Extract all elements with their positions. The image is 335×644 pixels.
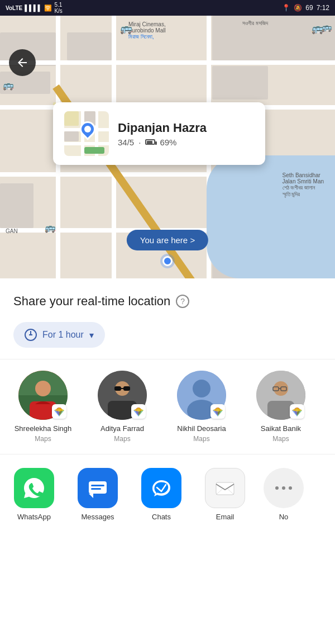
- app-item-messages[interactable]: Messages: [73, 468, 123, 521]
- messages-icon: [78, 468, 118, 508]
- contact-name: Dipanjan Hazra: [118, 121, 207, 135]
- contact-app-3: Maps: [272, 435, 289, 443]
- maps-pin-icon-3: [292, 406, 302, 416]
- mute-icon: 🔕: [294, 4, 302, 12]
- contact-avatar-wrap-2: [177, 371, 226, 420]
- contact-details: 34/5 · 69%: [118, 138, 207, 147]
- contact-name-0: Shreelekha Singh: [15, 424, 72, 434]
- email-icon: [205, 468, 245, 508]
- bus-icon-1: 🚌: [120, 22, 132, 35]
- map-label-seth: Seth BansidharJalan Smriti Manশেঠ বংশীধর…: [283, 172, 324, 198]
- status-bar: VoLTE ▌▌▌▌ 🛜 5.1K/s 📍 🔕 69 7:12: [0, 0, 335, 16]
- whatsapp-svg: [22, 476, 46, 500]
- apps-section: WhatsApp Messages Chats: [0, 454, 335, 530]
- duration-label: For 1 hour: [42, 330, 84, 340]
- app-item-chats[interactable]: Chats: [136, 468, 186, 521]
- share-title-text: Share your real-time location: [13, 294, 170, 309]
- messages-label: Messages: [81, 513, 114, 521]
- app-item-more[interactable]: No: [264, 468, 304, 521]
- map-label-mosque: সওগীর মসজিদ: [242, 20, 268, 27]
- svg-rect-8: [114, 386, 121, 391]
- app-item-email[interactable]: Email: [200, 468, 250, 521]
- duration-button[interactable]: For 1 hour ▾: [13, 322, 105, 348]
- you-are-here-button[interactable]: You are here >: [127, 230, 208, 250]
- svg-rect-25: [91, 488, 101, 490]
- map-container: সওগীর মসজিদ Miraj Cinemas,Aurobindo Mall…: [0, 16, 335, 278]
- svg-rect-9: [123, 386, 130, 391]
- map-info-thumbnail: [64, 111, 109, 156]
- battery-body: [145, 139, 155, 145]
- speed-label: 5.1K/s: [54, 2, 62, 14]
- svg-rect-23: [89, 481, 107, 494]
- contact-item-2[interactable]: Nikhil Deosaria Maps: [165, 371, 238, 443]
- battery-indicator: [145, 139, 155, 145]
- map-info-text: Dipanjan Hazra 34/5 · 69%: [118, 121, 207, 147]
- bus-icon-4: 🚌: [45, 222, 56, 233]
- battery-percentage: 69%: [160, 138, 176, 147]
- contact-app-0: Maps: [35, 435, 51, 443]
- more-icon: [264, 468, 304, 508]
- you-are-here-label: You are here >: [140, 235, 195, 245]
- rating-label: 34/5: [118, 138, 134, 147]
- back-button[interactable]: [9, 49, 36, 76]
- contact-app-1: Maps: [114, 435, 130, 443]
- maps-badge-3: [290, 404, 304, 419]
- maps-badge-2: [210, 404, 225, 419]
- contact-name-1: Aditya Farrad: [100, 424, 144, 434]
- maps-pin-icon-1: [133, 406, 143, 416]
- chats-label: Chats: [152, 513, 171, 521]
- whatsapp-label: WhatsApp: [17, 513, 51, 521]
- back-arrow-icon: [16, 56, 29, 69]
- svg-point-31: [289, 486, 292, 490]
- contacts-section: Shreelekha Singh Maps: [0, 359, 335, 454]
- time-label: 7:12: [317, 4, 329, 12]
- svg-rect-24: [91, 485, 104, 486]
- clock-hand-horizontal: [29, 334, 32, 335]
- svg-point-13: [193, 380, 210, 397]
- contacts-grid: Shreelekha Singh Maps: [7, 371, 328, 443]
- battery-label: 69: [305, 4, 313, 12]
- contact-avatar-wrap-0: [18, 371, 68, 420]
- email-label: Email: [216, 513, 234, 521]
- whatsapp-icon: [14, 468, 54, 508]
- bus-icon-3: 🚌: [3, 80, 14, 91]
- map-label-gan: GAN: [6, 228, 18, 234]
- contact-avatar-wrap-3: [256, 371, 305, 420]
- svg-point-30: [282, 486, 285, 490]
- current-location-dot: [162, 256, 173, 266]
- wifi-icon: 🛜: [44, 4, 52, 12]
- status-left: VoLTE ▌▌▌▌ 🛜 5.1K/s: [6, 2, 63, 14]
- more-svg: [274, 478, 294, 498]
- email-svg: [214, 477, 236, 499]
- chats-icon: [141, 468, 181, 508]
- svg-point-2: [35, 381, 51, 396]
- maps-pin-icon-0: [54, 406, 64, 416]
- maps-badge-1: [131, 404, 146, 419]
- battery-fill: [147, 141, 152, 144]
- app-item-whatsapp[interactable]: WhatsApp: [9, 468, 59, 521]
- share-title: Share your real-time location ?: [13, 294, 322, 309]
- contact-app-2: Maps: [193, 435, 209, 443]
- bus-icon-5: 🚌: [322, 22, 332, 32]
- help-icon[interactable]: ?: [176, 295, 189, 308]
- more-label: No: [279, 513, 289, 521]
- svg-point-29: [275, 486, 279, 490]
- clock-icon: [25, 329, 37, 341]
- location-icon: 📍: [282, 4, 290, 12]
- contact-item-1[interactable]: Aditya Farrad Maps: [86, 371, 159, 443]
- contact-avatar-wrap-1: [98, 371, 147, 420]
- share-section: Share your real-time location ? For 1 ho…: [0, 278, 335, 359]
- signal-bars: ▌▌▌▌: [25, 4, 42, 11]
- svg-rect-26: [216, 482, 234, 495]
- status-right: 📍 🔕 69 7:12: [282, 4, 329, 12]
- carrier-label: VoLTE: [6, 5, 22, 11]
- chats-svg: [150, 477, 173, 499]
- map-info-card: Dipanjan Hazra 34/5 · 69%: [53, 102, 265, 165]
- map-label-cinema: Miraj Cinemas,Aurobindo Mallমিরাজ সিনেমা…: [128, 21, 166, 40]
- contact-item-0[interactable]: Shreelekha Singh Maps: [7, 371, 79, 443]
- contact-item-3[interactable]: Saikat Banik Maps: [245, 371, 317, 443]
- maps-pin-icon-2: [213, 406, 223, 416]
- dropdown-arrow-icon: ▾: [89, 330, 94, 340]
- maps-badge-0: [52, 404, 66, 419]
- separator: ·: [138, 138, 141, 147]
